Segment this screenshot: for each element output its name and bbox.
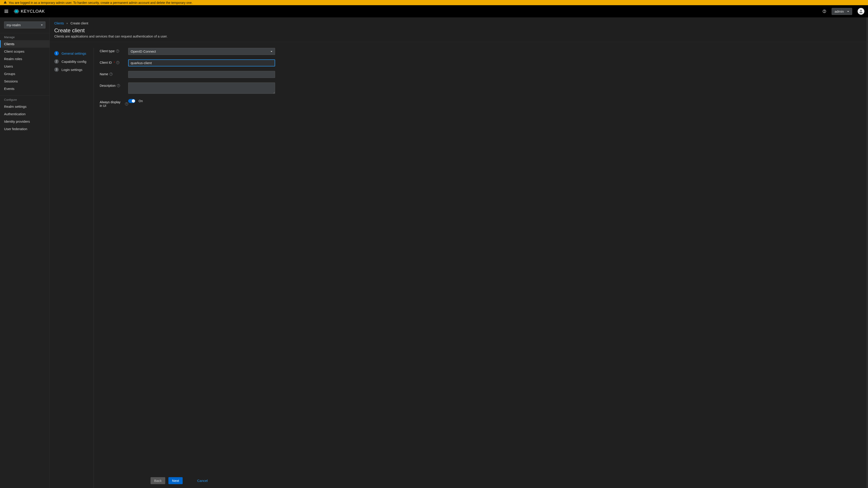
caret-down-icon (847, 9, 849, 13)
sidebar-item-identity-providers[interactable]: Identity providers (0, 118, 50, 125)
form-area: Client type ? OpenID Connect Client ID (96, 48, 864, 488)
step-number: 2 (54, 59, 59, 64)
scrollbar[interactable] (866, 18, 868, 488)
help-icon[interactable]: ? (116, 50, 119, 53)
page-title: Create client (54, 27, 864, 34)
name-label: Name ? (100, 71, 128, 76)
help-icon[interactable]: ? (116, 61, 119, 64)
help-button[interactable] (820, 7, 829, 15)
sidebar-item-realm-roles[interactable]: Realm roles (0, 55, 50, 63)
avatar[interactable] (858, 8, 864, 15)
main-content: Clients Create client Create client Clie… (50, 18, 868, 488)
help-icon[interactable]: ? (117, 84, 120, 87)
brand-logo[interactable]: KEYCLOAK (13, 9, 45, 14)
sidebar-item-clients[interactable]: Clients (0, 40, 50, 48)
client-type-value: OpenID Connect (131, 50, 156, 53)
breadcrumb-root[interactable]: Clients (54, 22, 64, 25)
step-label: Capability config (61, 60, 86, 64)
realm-selector-value: my-realm (6, 23, 21, 27)
svg-point-10 (860, 10, 862, 11)
wizard-footer: Back Next Cancel (151, 477, 864, 484)
user-menu-label: admin (835, 9, 844, 13)
always-display-state: On (138, 99, 143, 103)
sidebar-item-realm-settings[interactable]: Realm settings (0, 103, 50, 110)
client-id-label: Client ID * ? (100, 59, 128, 64)
page-subtitle: Clients are applications and services th… (54, 35, 864, 38)
client-id-input[interactable] (128, 59, 275, 66)
back-button: Back (151, 477, 165, 484)
step-number: 3 (54, 67, 59, 72)
brand-text: KEYCLOAK (21, 9, 45, 14)
sidebar-item-client-scopes[interactable]: Client scopes (0, 48, 50, 55)
wizard-step-capability-config[interactable]: 2 Capability config (54, 57, 93, 66)
wizard-step-login-settings[interactable]: 3 Login settings (54, 66, 93, 74)
top-header: KEYCLOAK admin (0, 5, 868, 18)
realm-selector[interactable]: my-realm (4, 22, 45, 29)
sidebar-section-configure: Configure (0, 96, 50, 103)
sidebar-item-user-federation[interactable]: User federation (0, 125, 50, 133)
always-display-label: Always display in UI ? (100, 99, 128, 107)
warning-banner: You are logged in as a temporary admin u… (0, 0, 868, 5)
step-label: Login settings (61, 68, 83, 72)
breadcrumb-current: Create client (70, 22, 88, 25)
sidebar-item-authentication[interactable]: Authentication (0, 110, 50, 118)
sidebar: my-realm Manage Clients Client scopes Re… (0, 18, 50, 488)
sidebar-item-events[interactable]: Events (0, 85, 50, 92)
always-display-switch[interactable] (128, 99, 135, 103)
step-number: 1 (54, 51, 59, 56)
breadcrumb: Clients Create client (54, 22, 864, 25)
cancel-button[interactable]: Cancel (195, 477, 210, 484)
user-menu-dropdown[interactable]: admin (832, 8, 852, 15)
chevron-right-icon (66, 22, 68, 25)
next-button[interactable]: Next (168, 477, 183, 484)
sidebar-toggle-button[interactable] (2, 7, 10, 15)
step-label: General settings (61, 52, 86, 55)
help-icon[interactable]: ? (110, 72, 113, 76)
help-icon[interactable]: ? (125, 102, 128, 105)
client-type-label: Client type ? (100, 48, 128, 53)
wizard-step-general-settings[interactable]: 1 General settings (54, 49, 93, 57)
warning-icon (4, 1, 7, 4)
warning-text: You are logged in as a temporary admin u… (8, 1, 193, 4)
sidebar-item-sessions[interactable]: Sessions (0, 77, 50, 85)
description-label: Description ? (100, 83, 128, 88)
sidebar-section-manage: Manage (0, 33, 50, 40)
wizard-steps: 1 General settings 2 Capability config 3… (54, 48, 93, 488)
caret-down-icon (41, 23, 43, 27)
client-type-select[interactable]: OpenID Connect (128, 48, 275, 55)
sidebar-item-groups[interactable]: Groups (0, 70, 50, 77)
caret-down-icon (270, 50, 273, 53)
name-input[interactable] (128, 71, 275, 78)
sidebar-item-users[interactable]: Users (0, 63, 50, 70)
description-textarea[interactable] (128, 83, 275, 94)
